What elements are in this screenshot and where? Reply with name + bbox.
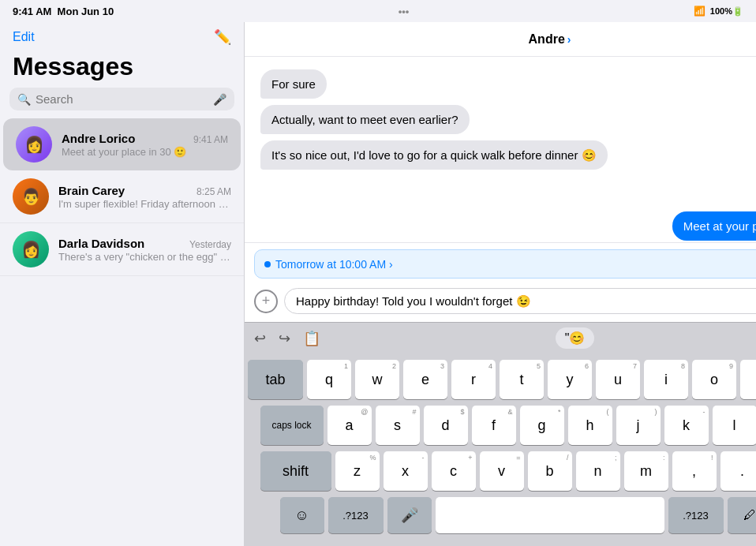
message-input-row: + ↑: [245, 282, 756, 322]
tab-key[interactable]: tab: [248, 360, 303, 399]
o-key[interactable]: 9o: [692, 360, 736, 399]
conv-content: Andre Lorico 9:41 AM Meet at your place …: [62, 132, 228, 158]
p-key[interactable]: 0p: [740, 360, 756, 399]
conversation-item[interactable]: 👩 Andre Lorico 9:41 AM Meet at your plac…: [3, 118, 241, 170]
conv-preview: I'm super flexible! Friday afternoon or …: [58, 198, 231, 210]
search-icon: 🔍: [17, 93, 31, 106]
conv-name: Darla Davidson: [58, 237, 144, 250]
s-key[interactable]: #s: [376, 406, 420, 445]
t-key[interactable]: 5t: [500, 360, 544, 399]
conversation-item[interactable]: 👩 Darla Davidson Yesterday There's a ver…: [0, 223, 244, 276]
keyboard-row-3: shift %z -x +c =v /b ;n :m !, ?. shift: [248, 451, 756, 491]
input-area: Tomorrow at 10:00 AM › ✕ + ↑: [245, 242, 756, 322]
conversation-list: 👩 Andre Lorico 9:41 AM Meet at your plac…: [0, 118, 244, 546]
message-bubble: Meet at your place in 30 🙂: [672, 211, 756, 241]
sidebar-title: Messages: [0, 49, 244, 88]
emoji-key[interactable]: ☺: [280, 497, 324, 533]
b-key[interactable]: /b: [528, 451, 572, 491]
conv-preview: There's a very "chicken or the egg" thin…: [58, 251, 231, 263]
messages-area: For sure Actually, want to meet even ear…: [245, 57, 756, 242]
numbers-key-right[interactable]: .?123: [668, 497, 724, 533]
status-dots: •••: [399, 6, 410, 17]
keyboard-row-4: ☺ .?123 🎤 .?123 🖊 ⌨: [248, 497, 756, 533]
conv-top: Brain Carey 8:25 AM: [58, 184, 231, 197]
space-key[interactable]: [436, 497, 664, 533]
l-key[interactable]: l: [713, 406, 757, 445]
f-key[interactable]: &f: [472, 406, 516, 445]
m-key[interactable]: :m: [624, 451, 668, 491]
status-icons: 📶 100% 🔋: [694, 6, 743, 17]
emoji-suggestions[interactable]: "😊: [556, 327, 595, 349]
message-bubble: It's so nice out, I'd love to go for a q…: [260, 140, 608, 170]
search-input[interactable]: [36, 92, 208, 106]
conv-name: Andre Lorico: [62, 132, 135, 145]
message-input[interactable]: [284, 288, 756, 314]
status-bar: 9:41 AM Mon Jun 10 ••• 📶 100% 🔋: [0, 0, 756, 22]
caps-lock-key[interactable]: caps lock: [260, 406, 324, 445]
v-key[interactable]: =v: [480, 451, 524, 491]
redo-button[interactable]: ↪: [279, 330, 290, 347]
conversation-item[interactable]: 👨 Brain Carey 8:25 AM I'm super flexible…: [0, 170, 244, 223]
conv-top: Andre Lorico 9:41 AM: [62, 132, 228, 145]
q-key[interactable]: 1q: [307, 360, 351, 399]
d-key[interactable]: $d: [424, 406, 468, 445]
keyboard-row-2: caps lock @a #s $d &f *g (h )j -k l retu…: [248, 406, 756, 445]
c-key[interactable]: +c: [432, 451, 476, 491]
conv-preview: Meet at your place in 30 🙂: [62, 146, 228, 158]
sidebar-header: Edit ✏️: [0, 22, 244, 49]
compose-button[interactable]: ✏️: [214, 28, 231, 46]
period-key[interactable]: ?.: [720, 451, 757, 491]
scheduled-info[interactable]: Tomorrow at 10:00 AM ›: [264, 258, 393, 271]
numbers-key[interactable]: .?123: [328, 497, 384, 533]
conv-name: Brain Carey: [58, 184, 125, 197]
conv-top: Darla Davidson Yesterday: [58, 237, 231, 250]
avatar: 👨: [13, 178, 49, 215]
microphone-key[interactable]: 🎤: [387, 497, 432, 533]
u-key[interactable]: 7u: [596, 360, 640, 399]
r-key[interactable]: 4r: [451, 360, 496, 399]
scheduled-time: Tomorrow at 10:00 AM ›: [275, 258, 393, 271]
chat-header: Andre › 📹: [245, 22, 756, 57]
status-time: 9:41 AM Mon Jun 10: [13, 6, 114, 17]
scribble-key[interactable]: 🖊: [728, 497, 757, 533]
avatar: 👩: [16, 126, 52, 163]
n-key[interactable]: ;n: [576, 451, 620, 491]
conv-content: Darla Davidson Yesterday There's a very …: [58, 237, 231, 263]
search-bar[interactable]: 🔍 🎤: [9, 88, 234, 110]
wifi-icon: 📶: [694, 6, 705, 17]
add-attachment-button[interactable]: +: [254, 290, 278, 313]
j-key[interactable]: )j: [616, 406, 661, 445]
e-key[interactable]: 3e: [403, 360, 447, 399]
app-container: Edit ✏️ Messages 🔍 🎤 👩 Andre Lorico 9:41…: [0, 22, 756, 546]
undo-button[interactable]: ↩: [254, 330, 266, 347]
conv-time: Yesterday: [189, 239, 231, 250]
i-key[interactable]: 8i: [644, 360, 688, 399]
microphone-icon[interactable]: 🎤: [213, 93, 226, 106]
edit-button[interactable]: Edit: [13, 30, 35, 44]
battery-icon: 100% 🔋: [710, 6, 743, 17]
comma-key[interactable]: !,: [672, 451, 717, 491]
y-key[interactable]: 6y: [548, 360, 592, 399]
chat-panel: Andre › 📹 For sure Actually, want to mee…: [245, 22, 756, 546]
keyboard-row-1: tab 1q 2w 3e 4r 5t 6y 7u 8i 9o 0p delete: [248, 360, 756, 399]
clipboard-button[interactable]: 📋: [303, 330, 320, 347]
a-key[interactable]: @a: [327, 406, 372, 445]
h-key[interactable]: (h: [568, 406, 612, 445]
message-bubble: Actually, want to meet even earlier?: [260, 105, 470, 134]
keyboard-toolbar: ↩ ↪ 📋 "😊 ≡A: [245, 322, 756, 353]
scheduled-banner: Tomorrow at 10:00 AM › ✕: [254, 249, 756, 279]
k-key[interactable]: -k: [664, 406, 709, 445]
keyboard: tab 1q 2w 3e 4r 5t 6y 7u 8i 9o 0p delete…: [245, 353, 756, 546]
chat-contact-name[interactable]: Andre ›: [529, 32, 571, 47]
w-key[interactable]: 2w: [355, 360, 399, 399]
z-key[interactable]: %z: [335, 451, 380, 491]
scheduled-dot-icon: [264, 261, 271, 267]
avatar: 👩: [13, 231, 49, 267]
left-shift-key[interactable]: shift: [260, 451, 331, 491]
conv-content: Brain Carey 8:25 AM I'm super flexible! …: [58, 184, 231, 210]
x-key[interactable]: -x: [384, 451, 428, 491]
sidebar: Edit ✏️ Messages 🔍 🎤 👩 Andre Lorico 9:41…: [0, 22, 245, 546]
g-key[interactable]: *g: [520, 406, 564, 445]
chevron-right-icon: ›: [567, 33, 571, 46]
conv-time: 9:41 AM: [193, 134, 228, 145]
